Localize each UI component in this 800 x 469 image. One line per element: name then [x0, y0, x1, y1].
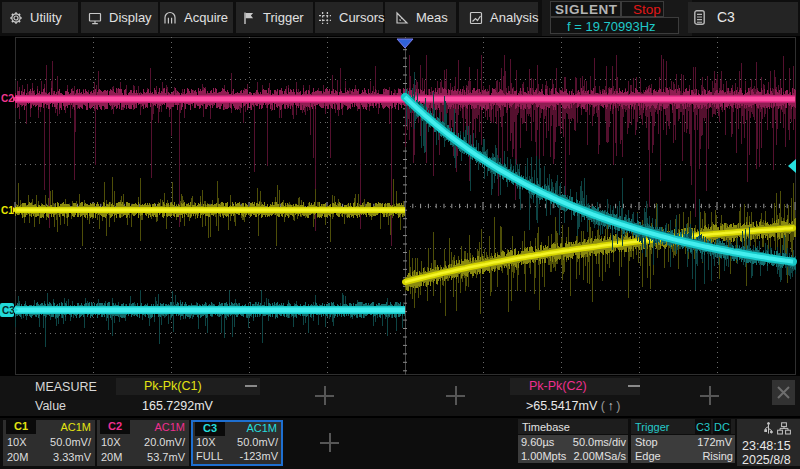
svg-text:C1: C1	[1, 205, 14, 216]
svg-text:C3: C3	[2, 305, 15, 316]
svg-text:C2: C2	[1, 93, 14, 104]
